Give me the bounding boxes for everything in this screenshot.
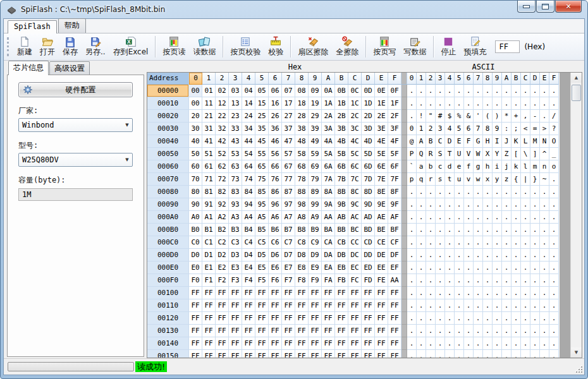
hex-cell[interactable]: FF [295, 299, 309, 312]
hex-cell[interactable]: 16 [269, 97, 282, 110]
hex-cell[interactable]: 72 [216, 173, 229, 186]
ascii-cell[interactable]: . [502, 350, 511, 358]
ascii-cell[interactable]: . [549, 337, 559, 350]
ascii-cell[interactable]: j [502, 160, 511, 173]
hex-cell[interactable]: F2 [216, 274, 229, 287]
write-data-button[interactable]: 写数据 [400, 35, 430, 59]
ascii-cell[interactable]: R [426, 148, 436, 160]
ascii-cell[interactable]: . [445, 312, 455, 325]
ascii-cell[interactable]: . [502, 262, 511, 274]
hex-cell[interactable]: FF [362, 312, 375, 325]
hex-cell[interactable]: B6 [269, 224, 282, 236]
hex-cell[interactable]: A8 [295, 211, 309, 224]
ascii-cell[interactable]: h [483, 160, 493, 173]
hex-cell[interactable]: 4B [335, 135, 348, 148]
hex-cell[interactable]: 99 [309, 198, 322, 211]
hex-cell[interactable]: FF [189, 325, 202, 337]
ascii-cell[interactable]: N [540, 135, 549, 148]
hex-cell[interactable]: 7D [362, 173, 375, 186]
hex-cell[interactable]: 80 [189, 186, 202, 198]
hex-cell[interactable]: 0E [375, 85, 388, 97]
hex-cell[interactable]: FB [335, 274, 348, 287]
hex-cell[interactable]: FF [269, 287, 282, 299]
ascii-cell[interactable]: . [436, 312, 445, 325]
ascii-cell[interactable]: . [464, 198, 474, 211]
ascii-cell[interactable]: . [549, 262, 559, 274]
hex-cell[interactable]: AA [322, 211, 335, 224]
ascii-cell[interactable]: 6 [464, 123, 474, 135]
ascii-cell[interactable]: G [474, 135, 483, 148]
hex-cell[interactable]: FF [189, 350, 202, 358]
hex-cell[interactable]: C3 [229, 236, 242, 249]
ascii-cell[interactable]: x [483, 173, 493, 186]
ascii-cell[interactable]: . [511, 236, 521, 249]
hex-cell[interactable]: 3A [322, 123, 335, 135]
hex-cell[interactable]: F6 [269, 274, 282, 287]
ascii-cell[interactable]: [ [511, 148, 521, 160]
resize-grip[interactable] [576, 366, 582, 373]
hex-cell[interactable]: E4 [242, 262, 255, 274]
hex-cell[interactable]: 1A [322, 97, 335, 110]
ascii-cell[interactable]: A [417, 135, 426, 148]
ascii-cell[interactable]: . [436, 337, 445, 350]
hex-cell[interactable]: 9B [335, 198, 348, 211]
ascii-cell[interactable]: . [493, 274, 502, 287]
hex-cell[interactable]: 93 [229, 198, 242, 211]
ascii-cell[interactable]: . [540, 312, 549, 325]
hex-cell[interactable]: 8B [335, 186, 348, 198]
hex-cell[interactable]: 60 [189, 160, 202, 173]
hex-cell[interactable]: BD [362, 224, 375, 236]
ascii-cell[interactable]: . [521, 350, 530, 358]
hex-cell[interactable]: FF [322, 350, 335, 358]
hex-cell[interactable]: BE [375, 224, 388, 236]
read-data-button[interactable]: 读数据 [189, 35, 219, 59]
hex-cell[interactable]: FF [216, 312, 229, 325]
hex-cell[interactable]: E1 [202, 262, 216, 274]
hex-cell[interactable]: 2A [322, 110, 335, 123]
ascii-cell[interactable]: } [530, 173, 540, 186]
hex-cell[interactable]: FF [202, 312, 216, 325]
hex-cell[interactable]: 28 [295, 110, 309, 123]
hex-cell[interactable]: FF [388, 299, 401, 312]
ascii-cell[interactable]: . [417, 337, 426, 350]
hex-cell[interactable]: 66 [269, 160, 282, 173]
ascii-cell[interactable]: . [530, 198, 540, 211]
ascii-cell[interactable]: . [455, 325, 464, 337]
hex-cell[interactable]: C9 [309, 236, 322, 249]
ascii-cell[interactable]: w [474, 173, 483, 186]
ascii-cell[interactable]: . [426, 337, 436, 350]
ascii-cell[interactable]: . [549, 173, 559, 186]
hex-cell[interactable]: FF [229, 325, 242, 337]
ascii-cell[interactable]: , [521, 110, 530, 123]
minimize-button[interactable] [517, 1, 536, 13]
hex-cell[interactable]: 4D [362, 135, 375, 148]
ascii-cell[interactable]: . [455, 186, 464, 198]
hex-cell[interactable]: FF [309, 350, 322, 358]
hex-cell[interactable]: BF [388, 224, 401, 236]
ascii-cell[interactable]: . [530, 299, 540, 312]
hex-cell[interactable]: FF [309, 312, 322, 325]
ascii-cell[interactable]: . [436, 85, 445, 97]
ascii-cell[interactable]: . [511, 85, 521, 97]
hex-cell[interactable]: FF [388, 337, 401, 350]
ascii-cell[interactable]: . [426, 186, 436, 198]
ascii-cell[interactable]: . [502, 312, 511, 325]
ascii-cell[interactable]: . [540, 274, 549, 287]
ascii-cell[interactable]: J [502, 135, 511, 148]
hex-cell[interactable]: CE [375, 236, 388, 249]
hex-cell[interactable]: FF [348, 325, 362, 337]
hex-cell[interactable]: FF [242, 312, 255, 325]
hex-cell[interactable]: 87 [282, 186, 295, 198]
hex-cell[interactable]: F3 [229, 274, 242, 287]
ascii-cell[interactable]: & [464, 110, 474, 123]
ascii-cell[interactable]: . [464, 249, 474, 262]
hex-cell[interactable]: 00 [189, 85, 202, 97]
ascii-cell[interactable]: . [493, 325, 502, 337]
ascii-cell[interactable]: . [455, 97, 464, 110]
ascii-cell[interactable]: 5 [455, 123, 464, 135]
ascii-cell[interactable]: . [407, 85, 417, 97]
open-button[interactable]: 打开 [36, 35, 59, 59]
hex-cell[interactable]: FF [348, 299, 362, 312]
hex-cell[interactable]: 95 [255, 198, 269, 211]
hex-cell[interactable]: 04 [242, 85, 255, 97]
